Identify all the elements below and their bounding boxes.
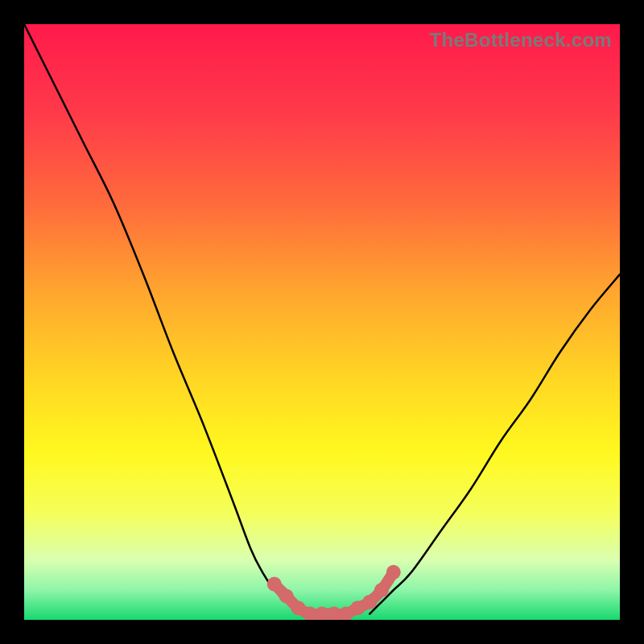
dot-group — [267, 565, 401, 620]
chart-frame: TheBottleneck.com — [0, 0, 644, 644]
valley-dot — [362, 595, 377, 609]
curve-right — [369, 275, 620, 614]
plot-area: TheBottleneck.com — [24, 24, 620, 620]
chart-overlay — [24, 24, 620, 620]
valley-dot — [267, 577, 282, 592]
valley-dot — [374, 583, 389, 597]
curve-group — [24, 24, 620, 614]
curve-left — [24, 24, 310, 614]
valley-dot — [386, 565, 401, 580]
valley-dot — [279, 588, 294, 603]
